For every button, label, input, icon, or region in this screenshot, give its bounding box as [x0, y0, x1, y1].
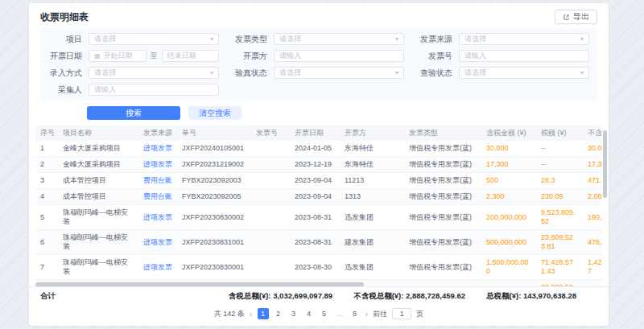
goto-page-input[interactable]: 1 — [392, 308, 411, 319]
cell-no: 4 — [35, 189, 58, 205]
input-placeholder: 请输入 — [464, 51, 486, 61]
page-ellipsis: ... — [334, 308, 345, 319]
verify-status-select[interactable]: 请选择 ▾ — [274, 67, 404, 79]
invoice-data-table: 序号项目名称发票来源单号发票号开票日期开票方发票类型含税金额 (¥)税额 (¥)… — [35, 125, 602, 286]
cell-type: 增值税专用发票(蓝) — [404, 157, 481, 173]
issuer-input[interactable]: 请输入 — [274, 50, 404, 62]
invoice-date-label: 开票日期 — [48, 51, 89, 62]
filter-actions: 搜索 清空搜索 — [87, 106, 597, 120]
cell-date: 2023-08-31 — [290, 205, 340, 230]
invoice-no-input[interactable]: 请输入 — [459, 50, 589, 62]
calendar-icon: ▦ — [94, 53, 101, 60]
filter-field-invoice-no: 发票号 请输入 — [419, 50, 589, 62]
cell-order-no: JXFP20240105001 — [177, 141, 251, 157]
clear-search-button[interactable]: 清空搜索 — [188, 106, 242, 120]
cell-type: 增值税专用发票(蓝) — [404, 230, 481, 255]
input-placeholder: 请输入 — [94, 84, 116, 95]
cell-invoice-no — [251, 255, 290, 280]
table-row: 2金峰大厦采购项目进项发票JXFP202312190022023-12-19东海… — [35, 157, 602, 173]
invoice-source-label: 发票来源 — [419, 34, 459, 45]
project-select[interactable]: 请选择 ▾ — [89, 33, 219, 45]
select-placeholder: 请选择 — [279, 34, 301, 44]
cell-issuer: 迅发集团 — [340, 205, 404, 230]
cell-amount: 2,300 — [481, 189, 536, 205]
cell-issuer: 1313 — [340, 189, 404, 205]
cell-order-no: JXFP20231219002 — [177, 157, 251, 173]
column-header: 发票类型 — [404, 125, 481, 141]
entry-method-select[interactable]: 请选择 ▾ — [89, 67, 219, 79]
cell-project: 成本管控项目 — [58, 189, 138, 205]
column-header: 不含税金额 (¥) — [583, 125, 602, 141]
collector-input[interactable]: 请输入 — [89, 84, 219, 96]
column-header: 税额 (¥) — [536, 125, 583, 141]
cell-tax: 28.3 — [536, 173, 583, 189]
cell-date: 2024-01-05 — [290, 141, 340, 157]
vertical-scrollbar[interactable] — [603, 130, 607, 198]
cell-source[interactable]: 费用台账 — [138, 189, 177, 205]
cell-date: 2023-08-31 — [290, 230, 340, 255]
page-button-5[interactable]: 5 — [319, 308, 330, 319]
table-row: 3成本管控项目费用台账FYBX20230920032023-09-0411213… — [35, 173, 602, 189]
cell-issuer: 东海特佳 — [340, 157, 404, 173]
table-header-row: 序号项目名称发票来源单号发票号开票日期开票方发票类型含税金额 (¥)税额 (¥)… — [35, 125, 602, 141]
cell-source[interactable]: 进项发票 — [138, 255, 177, 280]
start-date-input[interactable]: ▦ 开始日期 — [89, 50, 147, 62]
column-header: 开票方 — [340, 125, 404, 141]
invoice-source-select[interactable]: 请选择 ▾ — [459, 33, 589, 45]
column-header: 发票来源 — [138, 125, 177, 141]
page-button-3[interactable]: 3 — [288, 308, 299, 319]
horizontal-scrollbar[interactable] — [35, 282, 364, 286]
cell-invoice-no — [251, 205, 290, 230]
next-page-button[interactable]: › — [365, 309, 369, 319]
cell-date: 2023-08-30 — [290, 255, 340, 280]
cell-no: 2 — [35, 157, 58, 173]
page-button-8[interactable]: 8 — [349, 308, 361, 319]
cell-source[interactable]: 进项发票 — [138, 230, 177, 255]
filter-grid: 项目 请选择 ▾ 发票类型 请选择 ▾ 发票来源 请选择 ▾ — [48, 33, 589, 96]
check-status-select[interactable]: 请选择 ▾ — [459, 67, 589, 79]
cell-net: 2,069.91 — [583, 189, 602, 205]
page-background: { "page": { "title": "收票明细表", "export_la… — [0, 0, 644, 329]
invoice-type-select[interactable]: 请选择 ▾ — [274, 33, 404, 45]
entry-method-label: 录入方式 — [48, 68, 89, 79]
filter-field-collector: 采集人 请输入 — [48, 84, 219, 96]
prev-page-button[interactable]: ‹ — [250, 309, 253, 319]
title-bar: 收票明细表 导出 — [29, 3, 609, 26]
select-placeholder: 请选择 — [279, 68, 301, 78]
collector-label: 采集人 — [48, 84, 89, 96]
page-button-4[interactable]: 4 — [303, 308, 315, 319]
cell-source[interactable]: 进项发票 — [138, 205, 177, 230]
filter-field-verify-status: 验真状态 请选择 ▾ — [233, 67, 404, 79]
cell-invoice-no — [251, 189, 290, 205]
cell-source[interactable]: 费用台账 — [138, 173, 177, 189]
date-separator: 至 — [151, 51, 158, 61]
select-placeholder: 请选择 — [464, 34, 486, 44]
cell-net: 30,000 — [583, 141, 602, 157]
cell-order-no: FYBX2023092005 — [177, 189, 251, 205]
export-button[interactable]: 导出 — [555, 10, 597, 24]
cell-order-no: JXFP20230831001 — [177, 230, 251, 255]
cell-amount: 1,500,000,000 — [481, 255, 536, 280]
page-title: 收票明细表 — [40, 10, 89, 24]
pagination: 共 142 条 ‹ 12345...8 › 前往 1 页 — [29, 305, 609, 326]
filter-field-issuer: 开票方 请输入 — [233, 50, 404, 62]
end-date-input[interactable]: 结束日期 — [162, 50, 220, 62]
page-button-2[interactable]: 2 — [273, 308, 284, 319]
cell-source[interactable]: 进项发票 — [138, 157, 177, 173]
cell-issuer: 东海特佳 — [340, 141, 404, 157]
pagination-total: 共 142 条 — [214, 309, 245, 319]
cell-issuer: 建发集团 — [340, 230, 404, 255]
check-status-label: 查验状态 — [419, 68, 459, 79]
cell-project: 成本管控项目 — [58, 173, 138, 189]
table-row: 5珠穆朗玛峰—电梯安装进项发票JXFP202308300022023-08-31… — [35, 205, 602, 230]
cell-amount: 17,300 — [481, 157, 536, 173]
search-button[interactable]: 搜索 — [87, 106, 180, 120]
page-button-1[interactable]: 1 — [258, 308, 269, 319]
cell-source[interactable]: 进项发票 — [138, 141, 177, 157]
filter-field-entry-method: 录入方式 请选择 ▾ — [48, 67, 219, 79]
goto-label: 前往 — [373, 309, 387, 319]
cell-issuer: 11213 — [340, 173, 404, 189]
invoice-detail-card: 收票明细表 导出 项目 请选择 ▾ 发票类型 请选择 ▾ — [29, 3, 609, 326]
cell-net: 190,476,190.48 — [583, 205, 602, 230]
cell-tax: 23,809,523.81 — [536, 230, 583, 255]
